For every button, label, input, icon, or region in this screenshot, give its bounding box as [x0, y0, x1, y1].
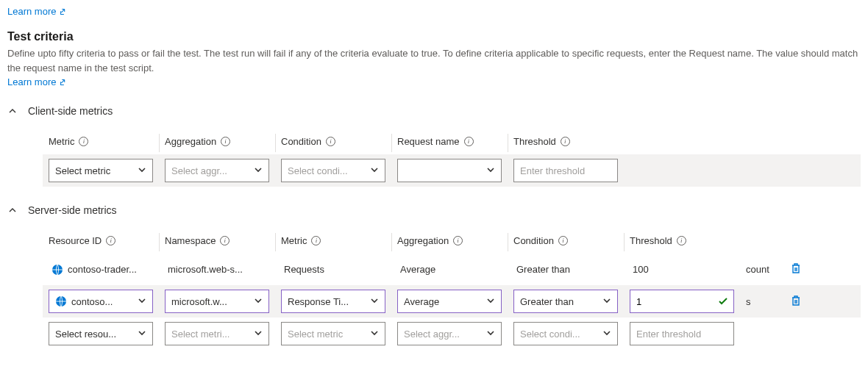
chevron-down-icon [370, 165, 379, 176]
chevron-up-icon [7, 205, 18, 215]
info-icon[interactable] [464, 137, 474, 146]
client-row-new: Select metric Select aggr... Select cond… [43, 154, 861, 187]
client-side-metrics-label: Client-side metrics [28, 105, 113, 117]
chevron-down-icon [486, 296, 495, 307]
namespace-select[interactable]: Select metri... [165, 322, 269, 345]
chevron-down-icon [370, 296, 379, 307]
col-threshold: Threshold [630, 235, 686, 246]
threshold-input[interactable] [630, 322, 734, 345]
server-metrics-grid: Resource ID Namespace Metric Aggregation… [43, 231, 861, 350]
external-link-icon [59, 7, 68, 16]
chevron-down-icon [486, 329, 495, 340]
chevron-down-icon [486, 165, 495, 176]
chevron-down-icon [138, 165, 146, 176]
info-icon[interactable] [221, 137, 230, 146]
server-side-metrics-label: Server-side metrics [28, 204, 117, 216]
chevron-down-icon [602, 329, 611, 340]
info-icon[interactable] [311, 236, 321, 245]
aggregation-value: Average [397, 264, 502, 275]
col-metric: Metric [281, 235, 321, 246]
learn-more-top-link[interactable]: Learn more [7, 6, 68, 17]
info-icon[interactable] [453, 236, 463, 245]
condition-select[interactable]: Select condi... [513, 322, 618, 345]
col-resource-id: Resource ID [49, 235, 115, 246]
unit-label: count [746, 264, 769, 275]
info-icon[interactable] [677, 236, 686, 245]
info-icon[interactable] [561, 137, 570, 146]
server-row-editing: contoso... microsoft.w... Response Ti...… [43, 285, 861, 318]
metric-select[interactable]: Select metric [49, 159, 153, 182]
chevron-down-icon [138, 296, 146, 307]
chevron-down-icon [138, 329, 146, 340]
server-row-new: Select resou... Select metri... Select m… [43, 318, 861, 350]
info-icon[interactable] [79, 137, 88, 146]
page-title: Test criteria [7, 30, 861, 43]
condition-value: Greater than [513, 264, 618, 275]
col-namespace: Namespace [165, 235, 230, 246]
col-request-name: Request name [397, 136, 474, 147]
resource-id-select[interactable]: Select resou... [49, 322, 153, 345]
globe-icon [55, 295, 67, 307]
chevron-down-icon [602, 296, 611, 307]
aggregation-select[interactable]: Select aggr... [397, 322, 502, 345]
unit-label: s [746, 296, 751, 307]
chevron-down-icon [254, 165, 263, 176]
chevron-up-icon [7, 106, 18, 116]
client-side-metrics-toggle[interactable]: Client-side metrics [7, 105, 861, 117]
namespace-value: microsoft.web-s... [165, 264, 269, 275]
globe-icon [51, 264, 63, 276]
delete-row-button[interactable] [787, 292, 805, 312]
info-icon[interactable] [106, 236, 115, 245]
client-header-row: Metric Aggregation Condition Request nam… [43, 132, 861, 154]
col-condition: Condition [281, 136, 335, 147]
threshold-value: 100 [630, 264, 734, 275]
server-side-metrics-toggle[interactable]: Server-side metrics [7, 204, 861, 216]
learn-more-criteria-link[interactable]: Learn more [7, 76, 68, 87]
request-name-select[interactable] [397, 159, 502, 182]
check-icon [718, 296, 728, 306]
metric-value: Requests [281, 264, 385, 275]
chevron-down-icon [254, 329, 263, 340]
resource-id-value: contoso-trader... [68, 264, 150, 275]
server-header-row: Resource ID Namespace Metric Aggregation… [43, 231, 861, 254]
delete-row-button[interactable] [787, 259, 805, 279]
aggregation-select[interactable]: Average [397, 290, 502, 313]
resource-id-select[interactable]: contoso... [49, 290, 153, 313]
info-icon[interactable] [220, 236, 230, 245]
info-icon[interactable] [326, 137, 335, 146]
condition-select[interactable]: Select condi... [281, 159, 385, 182]
external-link-icon [59, 78, 68, 87]
delete-icon [790, 262, 802, 276]
col-aggregation: Aggregation [165, 136, 230, 147]
col-condition: Condition [513, 235, 568, 246]
learn-more-label: Learn more [7, 6, 56, 17]
condition-select[interactable]: Greater than [513, 290, 618, 313]
chevron-down-icon [254, 296, 263, 307]
learn-more-label: Learn more [7, 76, 56, 87]
section-description: Define upto fifty criteria to pass or fa… [7, 46, 861, 75]
threshold-input[interactable] [513, 159, 618, 182]
aggregation-select[interactable]: Select aggr... [165, 159, 269, 182]
col-aggregation: Aggregation [397, 235, 463, 246]
server-row: contoso-trader... microsoft.web-s... Req… [43, 254, 861, 285]
namespace-select[interactable]: microsoft.w... [165, 290, 269, 313]
metric-select[interactable]: Select metric [281, 322, 385, 345]
col-threshold: Threshold [513, 136, 570, 147]
col-metric: Metric [49, 136, 88, 147]
client-metrics-grid: Metric Aggregation Condition Request nam… [43, 132, 861, 187]
info-icon[interactable] [558, 236, 568, 245]
delete-icon [790, 295, 802, 309]
metric-select[interactable]: Response Ti... [281, 290, 385, 313]
chevron-down-icon [370, 329, 379, 340]
